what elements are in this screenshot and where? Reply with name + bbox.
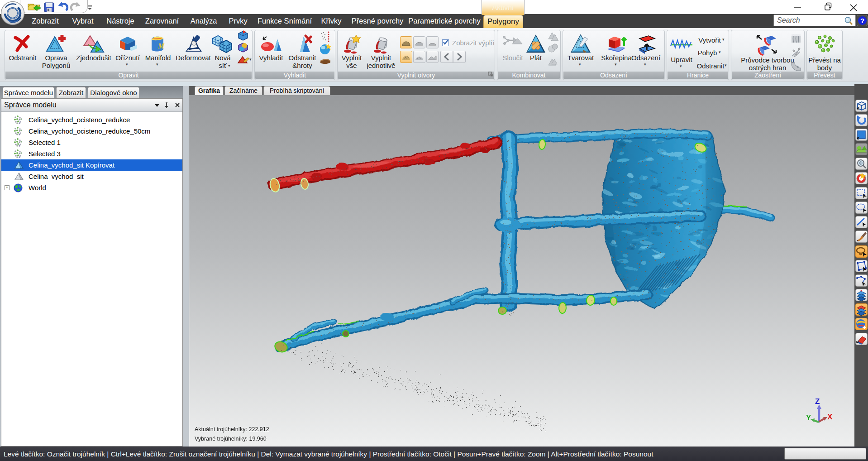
svg-text:X: X (827, 413, 833, 421)
svg-text:M: M (157, 42, 165, 50)
svg-text:Z: Z (815, 397, 820, 406)
svg-text:Y: Y (806, 413, 811, 422)
